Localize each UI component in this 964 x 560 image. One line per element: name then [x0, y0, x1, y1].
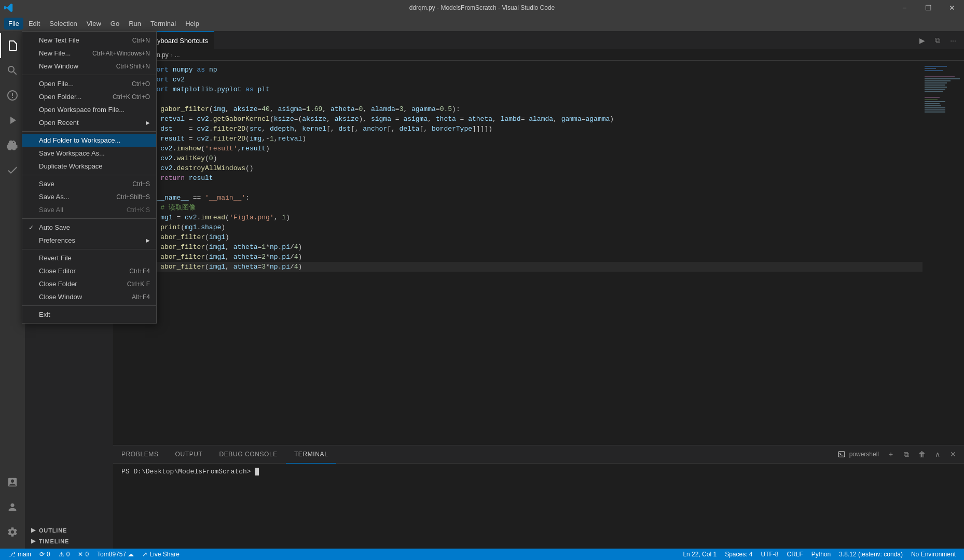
title-bar: ddrqm.py - ModelsFromScratch - Visual St…	[0, 0, 964, 16]
menu-exit[interactable]: Exit	[22, 308, 156, 321]
menu-sep-4	[22, 218, 156, 219]
menu-new-file[interactable]: New File... Ctrl+Alt+Windows+N	[22, 47, 156, 60]
menu-close-editor[interactable]: Close Editor Ctrl+F4	[22, 264, 156, 277]
menu-save-all[interactable]: Save All Ctrl+K S	[22, 203, 156, 216]
window-title: ddrqm.py - ModelsFromScratch - Visual St…	[409, 4, 555, 11]
menu-save-as[interactable]: Save As... Ctrl+Shift+S	[22, 190, 156, 203]
menu-open-folder[interactable]: Open Folder... Ctrl+K Ctrl+O	[22, 90, 156, 103]
file-menu-overlay[interactable]: New Text File Ctrl+N New File... Ctrl+Al…	[0, 16, 964, 560]
menu-preferences[interactable]: Preferences ▶	[22, 234, 156, 247]
menu-add-folder[interactable]: Add Folder to Workspace...	[22, 134, 156, 147]
menu-sep-2	[22, 131, 156, 132]
menu-sep-5	[22, 249, 156, 249]
menu-open-recent[interactable]: Open Recent ▶	[22, 116, 156, 129]
menu-open-file[interactable]: Open File... Ctrl+O	[22, 77, 156, 90]
menu-save-workspace-as[interactable]: Save Workspace As...	[22, 147, 156, 160]
menu-sep-1	[22, 75, 156, 75]
preferences-arrow-icon: ▶	[146, 237, 150, 243]
menu-sep-6	[22, 305, 156, 306]
menu-open-workspace[interactable]: Open Workspace from File...	[22, 103, 156, 116]
menu-save[interactable]: Save Ctrl+S	[22, 177, 156, 190]
menu-revert-file[interactable]: Revert File	[22, 251, 156, 264]
menu-new-text-file[interactable]: New Text File Ctrl+N	[22, 34, 156, 47]
menu-duplicate-workspace[interactable]: Duplicate Workspace	[22, 160, 156, 173]
open-recent-arrow-icon: ▶	[146, 120, 150, 125]
menu-close-window[interactable]: Close Window Alt+F4	[22, 290, 156, 303]
menu-sep-3	[22, 175, 156, 175]
window-controls: − ☐ ✕	[892, 0, 964, 16]
minimize-button[interactable]: −	[892, 0, 916, 16]
close-button[interactable]: ✕	[940, 0, 964, 16]
menu-close-folder[interactable]: Close Folder Ctrl+K F	[22, 277, 156, 290]
maximize-button[interactable]: ☐	[916, 0, 940, 16]
menu-auto-save[interactable]: ✓ Auto Save	[22, 221, 156, 234]
file-menu: New Text File Ctrl+N New File... Ctrl+Al…	[22, 31, 157, 324]
vscode-logo	[4, 3, 13, 12]
menu-new-window[interactable]: New Window Ctrl+Shift+N	[22, 60, 156, 73]
